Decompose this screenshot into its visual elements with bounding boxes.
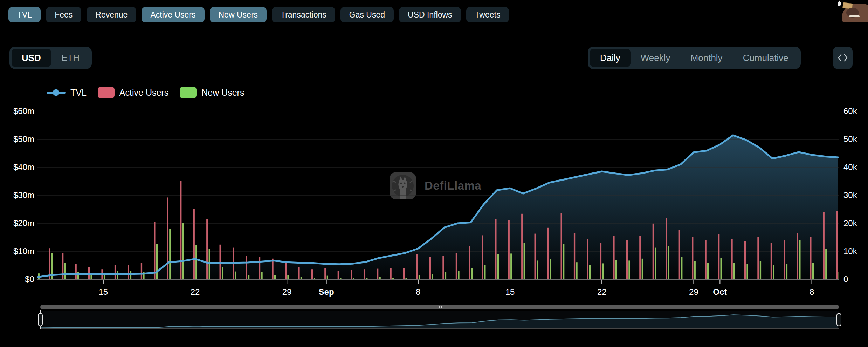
x-axis-label: Sep bbox=[319, 287, 334, 297]
y-axis-left-label: $40m bbox=[5, 162, 34, 172]
metric-tab-gas-used[interactable]: Gas Used bbox=[340, 7, 394, 22]
x-axis-label: 22 bbox=[191, 287, 200, 297]
legend-item-new-users[interactable]: New Users bbox=[180, 87, 244, 98]
y-axis-left-label: $0 bbox=[5, 274, 34, 285]
metric-tab-tweets[interactable]: Tweets bbox=[466, 7, 509, 22]
scrollbar-grip-icon[interactable] bbox=[438, 306, 442, 308]
chart-legend: TVLActive UsersNew Users bbox=[47, 87, 244, 98]
interval-option-monthly[interactable]: Monthly bbox=[681, 49, 733, 67]
y-axis-right-label: 0 bbox=[843, 274, 848, 285]
x-axis-label: 15 bbox=[98, 287, 108, 297]
y-axis-left-label: $20m bbox=[5, 218, 34, 229]
currency-toggle: USDETH bbox=[9, 47, 92, 69]
y-axis-right-label: 40k bbox=[843, 162, 857, 172]
x-axis-label: 29 bbox=[282, 287, 292, 297]
chart-scrollbar-track[interactable] bbox=[40, 305, 839, 309]
metric-tab-bar: TVLFeesRevenueActive UsersNew UsersTrans… bbox=[8, 7, 509, 22]
interval-option-daily[interactable]: Daily bbox=[590, 49, 631, 67]
y-axis-right-label: 10k bbox=[843, 246, 857, 257]
metric-tab-tvl[interactable]: TVL bbox=[8, 7, 41, 22]
metric-tab-fees[interactable]: Fees bbox=[46, 7, 81, 22]
y-axis-left-label: $30m bbox=[5, 190, 34, 200]
currency-option-eth[interactable]: ETH bbox=[51, 49, 90, 67]
y-axis-right-label: 60k bbox=[843, 106, 857, 116]
legend-label: Active Users bbox=[119, 88, 168, 98]
chart-brush[interactable] bbox=[40, 311, 839, 329]
metric-tab-transactions[interactable]: Transactions bbox=[272, 7, 335, 22]
y-axis-left-label: $10m bbox=[5, 246, 34, 257]
defillama-protocol-dashboard: { "metric_tabs": [ {"label": "TVL", "act… bbox=[0, 0, 868, 347]
brush-mini-chart bbox=[40, 311, 838, 328]
interval-toggle: DailyWeeklyMonthlyCumulative bbox=[588, 47, 801, 69]
x-axis-label: 8 bbox=[416, 287, 420, 297]
currency-option-usd[interactable]: USD bbox=[12, 49, 51, 67]
x-axis-label: 22 bbox=[597, 287, 607, 297]
legend-item-tvl[interactable]: TVL bbox=[47, 88, 87, 98]
tvl-area-fill bbox=[38, 135, 838, 279]
metric-tab-new-users[interactable]: New Users bbox=[210, 7, 267, 22]
active-users-legend-marker-icon bbox=[98, 87, 115, 98]
y-axis-left-label: $60m bbox=[5, 106, 34, 116]
y-axis-left-label: $50m bbox=[5, 134, 34, 144]
tvl-legend-marker-icon bbox=[47, 92, 66, 94]
interval-option-weekly[interactable]: Weekly bbox=[631, 49, 681, 67]
x-axis-label: 15 bbox=[505, 287, 515, 297]
y-axis-right-label: 20k bbox=[843, 218, 857, 229]
code-angle-brackets-icon bbox=[838, 53, 848, 62]
new-users-legend-marker-icon bbox=[180, 87, 197, 98]
legend-item-active-users[interactable]: Active Users bbox=[98, 87, 168, 98]
embed-code-button[interactable] bbox=[833, 47, 853, 69]
legend-label: New Users bbox=[201, 88, 244, 98]
llama-mascot-image bbox=[838, 0, 868, 22]
tvl-users-chart[interactable] bbox=[37, 111, 839, 286]
legend-label: TVL bbox=[70, 88, 87, 98]
y-axis-right-label: 30k bbox=[843, 190, 857, 200]
metric-tab-active-users[interactable]: Active Users bbox=[142, 7, 204, 22]
brush-handle-right[interactable] bbox=[836, 313, 841, 326]
brush-handle-left[interactable] bbox=[38, 313, 43, 326]
x-axis-label: 29 bbox=[689, 287, 698, 297]
metric-tab-usd-inflows[interactable]: USD Inflows bbox=[399, 7, 461, 22]
metric-tab-revenue[interactable]: Revenue bbox=[87, 7, 136, 22]
x-axis-label: Oct bbox=[713, 287, 727, 297]
interval-option-cumulative[interactable]: Cumulative bbox=[733, 49, 799, 67]
x-axis-label: 8 bbox=[810, 287, 814, 297]
y-axis-right-label: 50k bbox=[843, 134, 857, 144]
